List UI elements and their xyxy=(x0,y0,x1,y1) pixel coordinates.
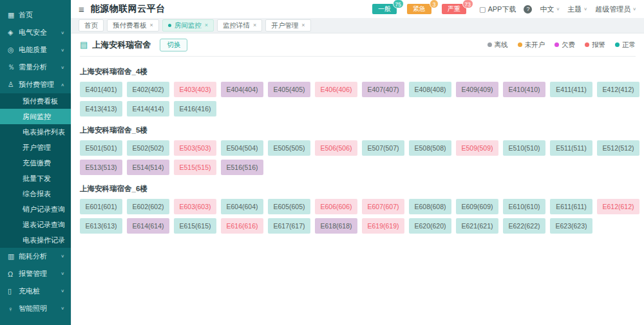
room-cell[interactable]: E409(409) xyxy=(456,82,498,97)
sidebar-subitem[interactable]: 开户管理 xyxy=(0,140,71,155)
room-cell[interactable]: E503(503) xyxy=(174,140,216,156)
room-cell[interactable]: E616(616) xyxy=(221,218,263,234)
room-cell[interactable]: E615(615) xyxy=(174,218,216,234)
tab-预付费看板[interactable]: 预付费看板× xyxy=(107,19,159,32)
room-cell[interactable]: E604(604) xyxy=(221,199,263,214)
room-cell[interactable]: E405(405) xyxy=(268,82,310,97)
sidebar-subitem[interactable]: 电表操作记录 xyxy=(0,232,71,248)
room-cell[interactable]: E619(619) xyxy=(362,218,404,234)
room-cell[interactable]: E505(505) xyxy=(268,140,310,156)
room-cell[interactable]: E508(508) xyxy=(409,140,451,156)
room-cell[interactable]: E617(617) xyxy=(268,218,310,234)
room-cell[interactable]: E614(614) xyxy=(127,218,169,234)
sidebar-item-demand-analysis[interactable]: ％需量分析∨ xyxy=(0,59,71,76)
room-cell[interactable]: E511(511) xyxy=(550,140,592,156)
room-cell[interactable]: E410(410) xyxy=(503,82,545,97)
sidebar-subitem[interactable]: 充值缴费 xyxy=(0,155,71,171)
room-cell[interactable]: E412(412) xyxy=(597,82,639,97)
room-cell[interactable]: E513(513) xyxy=(80,160,122,175)
app-download-link[interactable]: ▢ APP下载 xyxy=(479,5,516,14)
tab-开户管理[interactable]: 开户管理× xyxy=(265,19,310,32)
room-cell[interactable]: E613(613) xyxy=(80,218,122,234)
tab-房间监控[interactable]: 房间监控× xyxy=(162,19,214,32)
room-cell[interactable]: E623(623) xyxy=(550,218,592,234)
sidebar-item-power-quality[interactable]: ◎电能质量∨ xyxy=(0,41,71,59)
theme-select[interactable]: 主题 ∨ xyxy=(567,5,587,14)
room-cell[interactable]: E612(612) xyxy=(597,199,639,214)
room-cell[interactable]: E515(515) xyxy=(174,160,216,175)
room-cell[interactable]: E601(601) xyxy=(80,199,122,214)
alert-button-general[interactable]: 一般75 xyxy=(372,4,397,14)
sidebar-item-shield[interactable]: ◈电气安全∨ xyxy=(0,24,71,41)
sidebar-subitem[interactable]: 电表操作列表 xyxy=(0,124,71,140)
room-cell[interactable]: E609(609) xyxy=(456,199,498,214)
legend-item-offline: 离线 xyxy=(488,41,508,50)
room-cell[interactable]: E411(411) xyxy=(550,82,592,97)
room-cell[interactable]: E413(413) xyxy=(80,101,122,116)
room-cell[interactable]: E407(407) xyxy=(362,82,404,97)
sidebar-subitem[interactable]: 房间监控 xyxy=(0,109,71,124)
room-cell[interactable]: E605(605) xyxy=(268,199,310,214)
room-cell[interactable]: E507(507) xyxy=(362,140,404,156)
sidebar-subitem[interactable]: 销户记录查询 xyxy=(0,201,71,217)
room-cell[interactable]: E514(514) xyxy=(127,160,169,175)
close-icon[interactable]: × xyxy=(253,22,256,29)
sidebar-item-prepaid[interactable]: ♙预付费管理∧ xyxy=(0,76,71,93)
room-cell[interactable]: E414(414) xyxy=(127,101,169,116)
user-menu[interactable]: 超级管理员 ∨ xyxy=(595,5,636,14)
sidebar-subitem[interactable]: 综合报表 xyxy=(0,186,71,201)
room-cell[interactable]: E603(603) xyxy=(174,199,216,214)
sidebar-item-charging-pile[interactable]: ▯充电桩∨ xyxy=(0,283,71,300)
room-cell[interactable]: E611(611) xyxy=(550,199,592,214)
tab-首页[interactable]: 首页 xyxy=(79,19,104,32)
room-cell[interactable]: E516(516) xyxy=(221,160,263,175)
room-cell[interactable]: E403(403) xyxy=(174,82,216,97)
demand-analysis-icon: ％ xyxy=(8,62,19,72)
floor-label: 上海安科瑞宿舍_5楼 xyxy=(80,125,636,135)
tab-监控详情[interactable]: 监控详情× xyxy=(217,19,262,32)
room-cell[interactable]: E607(607) xyxy=(362,199,404,214)
room-cell[interactable]: E401(401) xyxy=(80,82,122,97)
room-cell[interactable]: E506(506) xyxy=(315,140,357,156)
alert-button-severe[interactable]: 严重73 xyxy=(442,4,466,14)
room-cell[interactable]: E622(622) xyxy=(503,218,545,234)
sidebar-item-home[interactable]: ▦首页 xyxy=(0,6,71,24)
sidebar-item-lighting[interactable]: ♀智能照明∨ xyxy=(0,300,71,317)
room-cell[interactable]: E620(620) xyxy=(409,218,451,234)
room-cell[interactable]: E406(406) xyxy=(315,82,357,97)
room-cell[interactable]: E408(408) xyxy=(409,82,451,97)
alert-button-urgent[interactable]: 紧急3 xyxy=(407,4,431,14)
room-cell[interactable]: E618(618) xyxy=(315,218,357,234)
legend-dot-icon xyxy=(615,42,620,47)
room-cell[interactable]: E509(509) xyxy=(456,140,498,156)
sidebar-submenu: 预付费看板房间监控电表操作列表开户管理充值缴费批量下发综合报表销户记录查询退表记… xyxy=(0,93,71,248)
switch-building-button[interactable]: 切换 xyxy=(160,39,187,51)
close-icon[interactable]: × xyxy=(301,22,305,29)
room-cell[interactable]: E502(502) xyxy=(127,140,169,156)
room-cell[interactable]: E608(608) xyxy=(409,199,451,214)
sidebar-item-bell[interactable]: Ω报警管理∨ xyxy=(0,265,71,283)
room-cell[interactable]: E416(416) xyxy=(174,101,216,116)
room-cell[interactable]: E610(610) xyxy=(503,199,545,214)
close-icon[interactable]: × xyxy=(150,22,153,29)
room-cell[interactable]: E404(404) xyxy=(221,82,263,97)
sidebar-subitem[interactable]: 批量下发 xyxy=(0,171,71,186)
topbar: ≡ 能源物联网云平台 一般75紧急3严重73 ▢ APP下载 ? 中文 ∨ 主题… xyxy=(71,0,644,18)
sidebar-subitem[interactable]: 预付费看板 xyxy=(0,93,71,109)
room-cell[interactable]: E602(602) xyxy=(127,199,169,214)
room-cell[interactable]: E512(512) xyxy=(597,140,639,156)
help-icon[interactable]: ? xyxy=(524,5,532,14)
room-cell[interactable]: E504(504) xyxy=(221,140,263,156)
sidebar-item-energy-analysis[interactable]: ▥能耗分析∨ xyxy=(0,248,71,265)
room-cell[interactable]: E606(606) xyxy=(315,199,357,214)
user-label: 超级管理员 xyxy=(595,5,630,14)
floor-section: 上海安科瑞宿舍_6楼E601(601)E602(602)E603(603)E60… xyxy=(80,184,636,234)
sidebar-subitem[interactable]: 退表记录查询 xyxy=(0,217,71,232)
room-cell[interactable]: E402(402) xyxy=(127,82,169,97)
room-cell[interactable]: E501(501) xyxy=(80,140,122,156)
room-cell[interactable]: E510(510) xyxy=(503,140,545,156)
menu-toggle-icon[interactable]: ≡ xyxy=(79,5,84,14)
language-select[interactable]: 中文 ∨ xyxy=(540,5,560,14)
room-cell[interactable]: E621(621) xyxy=(456,218,498,234)
close-icon[interactable]: × xyxy=(205,22,208,29)
